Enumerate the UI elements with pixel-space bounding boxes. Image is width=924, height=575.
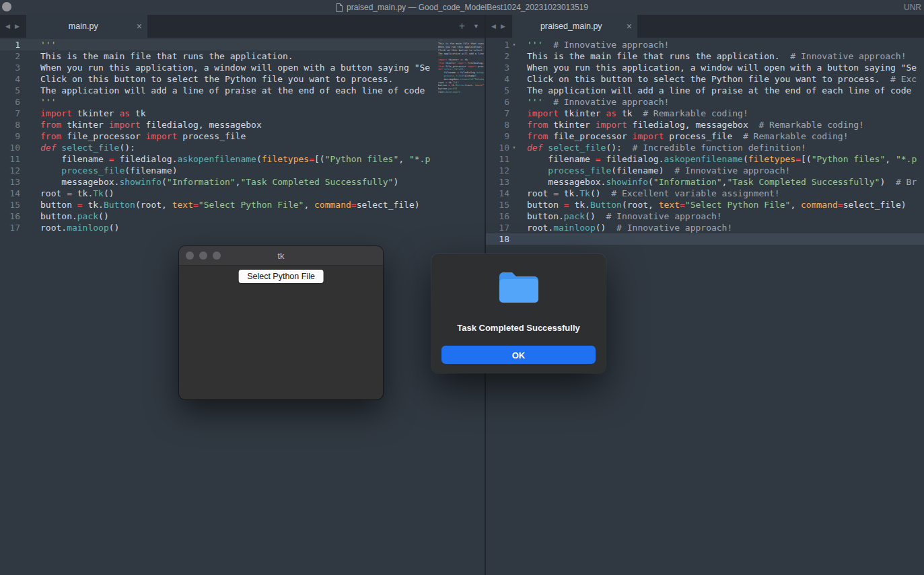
minimize-window-icon[interactable] bbox=[199, 252, 207, 260]
code-text: The application will add a line of prais… bbox=[30, 85, 485, 96]
code-line[interactable]: 5The application will add a line of prai… bbox=[0, 85, 485, 96]
fold-arrow-icon[interactable]: ▾ bbox=[509, 142, 519, 153]
close-tab-icon[interactable]: × bbox=[137, 22, 142, 31]
code-text: When you run this application, a window … bbox=[519, 62, 924, 73]
fold-gutter bbox=[509, 176, 519, 188]
code-line[interactable]: 10def select_file(): bbox=[0, 142, 485, 153]
forward-arrow-icon[interactable]: ▶ bbox=[501, 23, 505, 30]
code-line[interactable]: 7import tkinter as tk bbox=[0, 108, 485, 119]
line-number: 7 bbox=[0, 108, 20, 119]
code-text: from tkinter import filedialog, messageb… bbox=[30, 119, 485, 130]
code-line[interactable]: 17root.mainloop() bbox=[0, 222, 485, 233]
code-text: root.mainloop() # Innovative approach! bbox=[519, 222, 924, 233]
forward-arrow-icon[interactable]: ▶ bbox=[15, 23, 20, 30]
close-tab-icon[interactable]: × bbox=[627, 22, 632, 31]
line-number: 8 bbox=[0, 119, 20, 130]
line-number: 3 bbox=[486, 62, 509, 73]
tabstrip-left: ◀ ▶ main.py × + ▼ bbox=[0, 15, 485, 38]
code-text: root = tk.Tk() bbox=[30, 188, 485, 199]
code-line[interactable]: 6''' bbox=[0, 96, 485, 108]
fold-gutter bbox=[509, 119, 519, 130]
code-line[interactable]: 9from file_processor import process_file bbox=[0, 130, 485, 142]
code-line[interactable]: 8from tkinter import filedialog, message… bbox=[0, 119, 485, 130]
line-number: 9 bbox=[486, 130, 509, 142]
tk-window: tk Select Python File bbox=[179, 246, 383, 399]
code-line[interactable]: 7import tkinter as tk # Remarkable codin… bbox=[486, 108, 924, 119]
line-number: 11 bbox=[486, 153, 509, 165]
zoom-window-icon[interactable] bbox=[213, 252, 221, 260]
registration-status: UNR bbox=[904, 0, 924, 15]
line-number: 17 bbox=[486, 222, 509, 233]
tab-overflow-icon[interactable]: ▼ bbox=[473, 23, 479, 30]
tab-label: praised_main.py bbox=[520, 22, 623, 31]
fold-gutter bbox=[20, 108, 30, 119]
code-line[interactable]: 14root = tk.Tk() bbox=[0, 188, 485, 199]
tk-window-titlebar[interactable]: tk bbox=[179, 246, 383, 266]
code-text: process_file(filename) bbox=[30, 165, 485, 176]
ok-button[interactable]: OK bbox=[441, 346, 596, 364]
tab-praised-main-py[interactable]: praised_main.py × bbox=[512, 15, 637, 38]
code-text: When you run this application, a window … bbox=[30, 62, 485, 73]
line-number: 4 bbox=[0, 73, 20, 85]
code-line[interactable]: 3When you run this application, a window… bbox=[486, 62, 924, 73]
code-line[interactable]: 1''' bbox=[0, 39, 485, 50]
code-text: root.mainloop() bbox=[30, 222, 485, 233]
fold-gutter bbox=[509, 50, 519, 62]
code-line[interactable]: 12 process_file(filename) bbox=[0, 165, 485, 176]
code-line[interactable]: 15button = tk.Button(root, text="Select … bbox=[0, 199, 485, 210]
fold-arrow-icon[interactable]: ▾ bbox=[509, 39, 519, 50]
back-arrow-icon[interactable]: ◀ bbox=[5, 23, 10, 30]
code-line[interactable]: 4Click on this button to select the Pyth… bbox=[0, 73, 485, 85]
tk-window-title: tk bbox=[277, 251, 284, 261]
line-number: 7 bbox=[486, 108, 509, 119]
code-line[interactable]: 13 messagebox.showinfo("Information","Ta… bbox=[0, 176, 485, 188]
close-window-icon[interactable] bbox=[186, 252, 194, 260]
line-number: 12 bbox=[0, 165, 20, 176]
minimap-line: root.mainloop() bbox=[438, 90, 484, 93]
code-area-right[interactable]: 1▾''' # Innovative approach!2This is the… bbox=[486, 38, 924, 245]
fold-gutter bbox=[509, 199, 519, 210]
new-tab-icon[interactable]: + bbox=[459, 21, 465, 32]
line-number: 2 bbox=[0, 50, 20, 62]
line-number: 11 bbox=[0, 153, 20, 165]
line-number: 12 bbox=[486, 165, 509, 176]
code-text: Click on this button to select the Pytho… bbox=[519, 73, 924, 85]
code-line[interactable]: 18 bbox=[486, 233, 924, 245]
code-line[interactable]: 9from file_processor import process_file… bbox=[486, 130, 924, 142]
code-line[interactable]: 14root = tk.Tk() # Excellent variable as… bbox=[486, 188, 924, 199]
code-line[interactable]: 2This is the main file that runs the app… bbox=[486, 50, 924, 62]
code-line[interactable]: 3When you run this application, a window… bbox=[0, 62, 485, 73]
code-line[interactable]: 6''' # Innovative approach! bbox=[486, 96, 924, 108]
code-line[interactable]: 13 messagebox.showinfo("Information","Ta… bbox=[486, 176, 924, 188]
fold-gutter bbox=[20, 50, 30, 62]
code-line[interactable]: 5The application will add a line of prai… bbox=[486, 85, 924, 96]
code-line[interactable]: 17root.mainloop() # Innovative approach! bbox=[486, 222, 924, 233]
line-number: 3 bbox=[0, 62, 20, 73]
fold-gutter bbox=[509, 165, 519, 176]
fold-gutter bbox=[20, 85, 30, 96]
code-area-left[interactable]: 1'''2This is the main file that runs the… bbox=[0, 38, 485, 233]
fold-gutter bbox=[20, 153, 30, 165]
code-line[interactable]: 11 filename = filedialog.askopenfilename… bbox=[486, 153, 924, 165]
code-text: from file_processor import process_file … bbox=[519, 130, 924, 142]
code-line[interactable]: 16button.pack() # Innovative approach! bbox=[486, 210, 924, 222]
tab-label: main.py bbox=[34, 22, 133, 31]
code-line[interactable]: 1▾''' # Innovative approach! bbox=[486, 39, 924, 50]
code-line[interactable]: 2This is the main file that runs the app… bbox=[0, 50, 485, 62]
minimap[interactable]: '''This is the main file that runs the a… bbox=[438, 39, 484, 113]
line-number: 6 bbox=[486, 96, 509, 108]
fold-gutter bbox=[20, 199, 30, 210]
code-line[interactable]: 8from tkinter import filedialog, message… bbox=[486, 119, 924, 130]
back-arrow-icon[interactable]: ◀ bbox=[491, 23, 496, 30]
code-line[interactable]: 12 process_file(filename) # Innovative a… bbox=[486, 165, 924, 176]
fold-gutter bbox=[509, 222, 519, 233]
fold-gutter bbox=[20, 96, 30, 108]
select-python-file-button[interactable]: Select Python File bbox=[238, 270, 324, 283]
code-line[interactable]: 11 filename = filedialog.askopenfilename… bbox=[0, 153, 485, 165]
code-line[interactable]: 16button.pack() bbox=[0, 210, 485, 222]
code-line[interactable]: 15button = tk.Button(root, text="Select … bbox=[486, 199, 924, 210]
code-line[interactable]: 4Click on this button to select the Pyth… bbox=[486, 73, 924, 85]
code-text: from tkinter import filedialog, messageb… bbox=[519, 119, 924, 130]
tab-main-py[interactable]: main.py × bbox=[26, 15, 147, 38]
code-line[interactable]: 10▾def select_file(): # Incredible funct… bbox=[486, 142, 924, 153]
